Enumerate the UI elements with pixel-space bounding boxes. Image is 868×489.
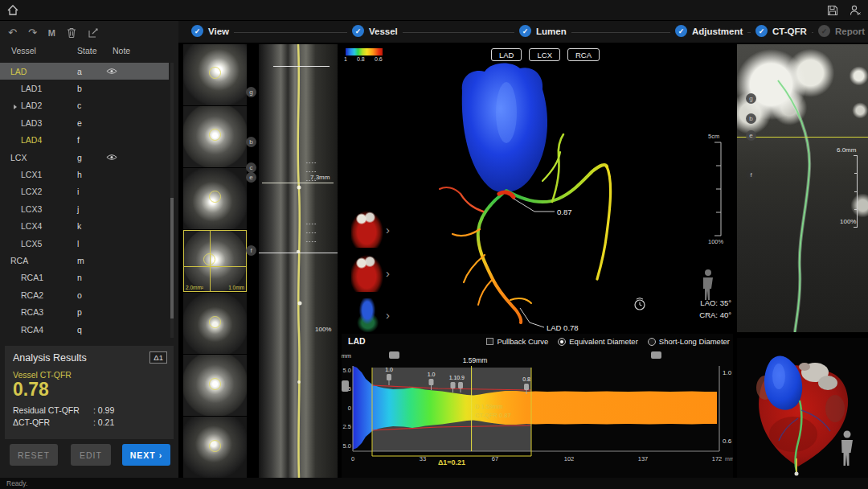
cross-section-thumb[interactable] <box>183 106 247 167</box>
chevron-right-icon[interactable]: › <box>386 223 390 236</box>
vessel-state: l <box>71 239 106 249</box>
vessel-row-RCA3[interactable]: RCA3 p <box>0 303 169 320</box>
chevron-right-icon[interactable]: › <box>386 308 390 322</box>
zoom-level-label: 100% <box>840 218 856 225</box>
vessel-row-LCX[interactable]: LCX g <box>0 149 169 166</box>
tab-label: View <box>208 27 229 36</box>
vessel-row-RCA2[interactable]: RCA2 o <box>0 286 169 303</box>
range-slider-handle-right[interactable] <box>651 351 661 359</box>
straightened-mpr-view[interactable]: 7.3mm 100% <box>259 44 338 478</box>
vessel-state: n <box>71 273 106 282</box>
cross-section-thumb[interactable] <box>183 168 247 229</box>
branch-marker-g[interactable]: g <box>746 93 756 104</box>
branch-marker-e[interactable]: e <box>246 172 256 183</box>
next-button[interactable]: NEXT › <box>122 444 170 466</box>
curved-centerline <box>737 44 868 332</box>
edit-button[interactable]: EDIT <box>71 444 111 466</box>
marker-tool-icon[interactable]: M <box>48 26 55 40</box>
check-icon-disabled: ✓ <box>818 25 830 37</box>
cross-section-thumb[interactable] <box>183 293 247 354</box>
heart-preset-thumb-3[interactable] <box>354 298 381 332</box>
heart-preset-thumb-1[interactable] <box>351 211 383 248</box>
slice-position-line[interactable] <box>737 137 868 138</box>
sidebar-toolbar: ↶ ↷ M <box>8 25 99 41</box>
delete-trash-icon[interactable] <box>67 27 76 39</box>
vessel-row-RCA1[interactable]: RCA1 n <box>0 269 169 286</box>
cross-section-thumb-selected[interactable]: 2.0mm² 1.0mm <box>183 230 247 293</box>
undo-icon[interactable]: ↶ <box>8 26 17 40</box>
redo-icon[interactable]: ↷ <box>28 26 37 40</box>
vessel-row-RCA4[interactable]: RCA4 q <box>0 321 169 338</box>
svg-text:0.8: 0.8 <box>522 376 530 382</box>
vessel-state: q <box>71 325 106 335</box>
pullback-chart-panel: LAD Pullback Curve Equivalent Diameter S… <box>342 334 733 478</box>
tab-lumen[interactable]: ✓ Lumen <box>514 25 571 37</box>
edit-icon[interactable] <box>88 27 99 39</box>
delta-ctqfr-value: : 0.21 <box>93 417 114 427</box>
visibility-eye-icon[interactable] <box>106 154 145 161</box>
vessel-row-LCX1[interactable]: LCX1 h <box>0 166 169 183</box>
branch-marker-e[interactable]: e <box>746 130 756 141</box>
range-slider-handle-left[interactable] <box>389 351 399 359</box>
check-icon: ✓ <box>675 25 687 37</box>
branch-marker-f[interactable]: f <box>746 170 756 180</box>
ct-qfr-workstation: ✓ View ✓ Vessel ✓ Lumen ✓ Adjustment ✓ C… <box>0 0 868 489</box>
vessel-name: LAD1 <box>0 84 71 93</box>
vessel-row-LCX5[interactable]: LCX5 l <box>0 235 169 252</box>
pullback-curve-checkbox[interactable]: Pullback Curve <box>486 337 548 346</box>
visibility-eye-icon[interactable] <box>106 68 145 75</box>
tab-ct-qfr[interactable]: ✓ CT-QFR <box>751 25 812 37</box>
check-icon: ✓ <box>755 25 768 37</box>
svg-text:1.1: 1.1 <box>449 375 457 380</box>
tab-adjustment[interactable]: ✓ Adjustment <box>670 25 747 37</box>
scrollbar-thumb[interactable] <box>170 198 174 318</box>
tab-report[interactable]: ✓ Report <box>813 25 868 37</box>
vessel-row-LAD2[interactable]: LAD2 c <box>0 97 169 114</box>
vessel-list-scrollbar[interactable] <box>170 63 174 338</box>
curved-mpr-view[interactable]: g b e f 6.0mm 100% <box>737 44 868 332</box>
chevron-right-icon[interactable]: › <box>386 266 390 280</box>
vessel-row-LAD4[interactable]: LAD4 f <box>0 132 169 149</box>
vessel-row-LAD3[interactable]: LAD3 e <box>0 114 169 131</box>
home-icon[interactable] <box>6 4 19 17</box>
branch-marker-f[interactable]: f <box>246 245 256 256</box>
orientation-person-icon <box>703 269 713 300</box>
save-icon[interactable] <box>826 4 839 17</box>
vessel-row-LAD[interactable]: LAD a <box>0 63 169 80</box>
lesion-diameter-annotation: D 1.59mm <box>475 403 503 410</box>
vessel-list: LAD a LAD1 b LAD2 c LAD3 e LAD4 f <box>0 63 169 338</box>
ruler-length-label: 6.0mm <box>837 146 856 154</box>
check-icon: ✓ <box>191 25 203 37</box>
tab-view[interactable]: ✓ View <box>186 25 234 37</box>
heart-preset-thumb-2[interactable] <box>351 255 383 292</box>
branch-marker-b[interactable]: b <box>246 137 256 147</box>
user-logout-icon[interactable] <box>849 4 862 17</box>
vessel-row-LAD1[interactable]: LAD1 b <box>0 80 169 97</box>
cross-section-thumb[interactable] <box>183 44 247 105</box>
orientation-person-icon <box>841 431 853 466</box>
vessel-name: RCA <box>0 256 71 265</box>
delta-qfr-label: Δ1=0.21 <box>438 458 465 466</box>
cross-section-thumb[interactable] <box>183 417 247 478</box>
vertical-slider-handle[interactable] <box>342 380 349 392</box>
vessel-3d-view[interactable]: 1 0.8 0.6 LAD LCX RCA <box>342 44 733 332</box>
tab-vessel[interactable]: ✓ Vessel <box>347 25 403 37</box>
rotation-clock-icon[interactable] <box>633 297 647 311</box>
title-bar <box>0 0 868 21</box>
heart-3d-view[interactable] <box>737 338 868 478</box>
vessel-row-LCX2[interactable]: LCX2 i <box>0 183 169 200</box>
vessel-row-LCX4[interactable]: LCX4 k <box>0 218 169 235</box>
reference-line-top <box>273 66 330 67</box>
reset-button[interactable]: RESET <box>10 444 58 466</box>
zoom-level-label: 100% <box>708 238 723 245</box>
equivalent-diameter-radio[interactable]: Equivalent Diameter <box>558 337 638 346</box>
short-long-diameter-radio[interactable]: Short-Long Diameter <box>648 337 730 346</box>
vessel-row-RCA[interactable]: RCA m <box>0 252 169 269</box>
cross-section-thumb[interactable] <box>183 355 247 416</box>
branch-marker-g[interactable]: g <box>246 87 256 97</box>
vessel-row-LCX3[interactable]: LCX3 j <box>0 200 169 217</box>
measurement-line <box>262 183 334 183</box>
vessel-state: k <box>71 221 106 231</box>
branch-marker-b[interactable]: b <box>746 113 756 124</box>
svg-text:1.0: 1.0 <box>428 372 436 377</box>
